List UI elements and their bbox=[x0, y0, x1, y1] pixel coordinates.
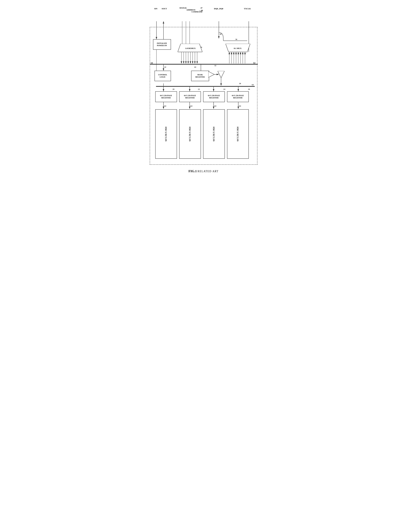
mask-register-block: MASK REGISTER bbox=[191, 71, 209, 81]
svg-text:8:1 MUX: 8:1 MUX bbox=[234, 47, 242, 49]
memory-10: 64 X 256 X 1024 bbox=[155, 109, 177, 159]
svg-text:64: 64 bbox=[214, 105, 216, 107]
svg-marker-92 bbox=[237, 107, 239, 109]
svg-marker-17 bbox=[183, 61, 184, 64]
memory-16-label: 64 X 256 X 1024 bbox=[237, 127, 239, 141]
sout-label: SOUT bbox=[162, 8, 167, 10]
svg-marker-23 bbox=[190, 61, 191, 64]
ref46-label: —46 bbox=[199, 9, 203, 12]
svg-marker-77 bbox=[237, 89, 239, 91]
ref47: 47 bbox=[201, 7, 203, 9]
svg-marker-106 bbox=[218, 71, 225, 78]
page-reg-26: 64 X 256 PAGE REGISTER bbox=[227, 91, 249, 102]
svg-text:64: 64 bbox=[164, 105, 166, 107]
svg-marker-27 bbox=[194, 61, 196, 64]
svg-text:64: 64 bbox=[253, 62, 255, 64]
svg-text:1:8 DEMUX: 1:8 DEMUX bbox=[185, 47, 196, 49]
svg-marker-71 bbox=[163, 89, 164, 91]
initialize-block: INITIALIZE POWER ON bbox=[153, 39, 171, 50]
svg-marker-3 bbox=[163, 21, 164, 24]
svg-marker-15 bbox=[181, 61, 182, 64]
dq-label: DQ8...DQ0 bbox=[214, 8, 223, 10]
svg-marker-50 bbox=[163, 68, 164, 71]
svg-text:64: 64 bbox=[151, 62, 153, 64]
svg-marker-11 bbox=[218, 36, 219, 39]
svg-marker-75 bbox=[213, 89, 214, 91]
figure-caption: FIG.1 RELATED ART bbox=[150, 169, 258, 173]
memory-14: 64 X 256 X 1024 bbox=[203, 109, 225, 159]
figure-sublabel: RELATED ART bbox=[198, 170, 219, 173]
sin-label: SIN bbox=[154, 8, 157, 10]
svg-text:42: 42 bbox=[164, 66, 166, 68]
memory-12-label: 64 X 256 X 1024 bbox=[189, 127, 191, 141]
mux-container: 8:1 MUX bbox=[226, 44, 250, 53]
svg-marker-105 bbox=[208, 72, 214, 77]
memory-12: 64 X 256 X 1024 bbox=[179, 109, 201, 159]
svg-text:64: 64 bbox=[190, 105, 193, 107]
svg-marker-86 bbox=[189, 107, 190, 109]
memory-14-label: 64 X 256 X 1024 bbox=[213, 127, 215, 141]
svg-marker-59 bbox=[220, 83, 222, 86]
buffer-triangle bbox=[208, 72, 214, 78]
svg-marker-25 bbox=[192, 61, 193, 64]
svg-marker-21 bbox=[188, 61, 189, 64]
txclk-label: TXCLK bbox=[244, 8, 251, 10]
memory-16: 64 X 256 X 1024 bbox=[227, 109, 249, 159]
svg-text:64: 64 bbox=[252, 84, 254, 86]
diagram: 64 64 42 44 64 bbox=[150, 27, 258, 165]
page-reg-20: 64 X 256 PAGE REGISTER bbox=[155, 91, 177, 102]
svg-text:32: 32 bbox=[214, 64, 216, 67]
control-logic-block: CONTROL LOGIC bbox=[155, 71, 171, 81]
svg-marker-83 bbox=[163, 107, 164, 109]
figure-number: FIG.1 bbox=[188, 169, 197, 173]
svg-marker-1 bbox=[156, 37, 157, 39]
page: SIN SOUT RXOLK ADDRESS COMMAND 47 —46 DQ… bbox=[147, 3, 260, 176]
svg-marker-73 bbox=[189, 89, 190, 91]
svg-marker-89 bbox=[213, 107, 214, 109]
svg-text:26: 26 bbox=[248, 88, 250, 90]
svg-text:20: 20 bbox=[172, 88, 174, 90]
svg-text:22: 22 bbox=[198, 88, 200, 90]
demux-container: 1:8 DEMUX bbox=[178, 44, 202, 53]
rxolk-label: RXOLK bbox=[180, 7, 187, 9]
svg-text:64: 64 bbox=[239, 105, 241, 107]
svg-text:30: 30 bbox=[239, 82, 241, 85]
page-reg-24: 64 X 256 PAGE REGISTER bbox=[203, 91, 225, 102]
svg-text:44: 44 bbox=[194, 66, 196, 68]
memory-10-label: 64 X 256 X 1024 bbox=[165, 127, 167, 141]
svg-marker-19 bbox=[185, 61, 187, 64]
inverting-triangle bbox=[218, 71, 225, 79]
svg-marker-29 bbox=[196, 61, 198, 64]
page-reg-22: 64 X 256 PAGE REGISTER bbox=[179, 91, 201, 102]
svg-text:24: 24 bbox=[223, 88, 225, 90]
svg-text:38: 38 bbox=[219, 33, 222, 35]
svg-text:36: 36 bbox=[235, 38, 237, 40]
